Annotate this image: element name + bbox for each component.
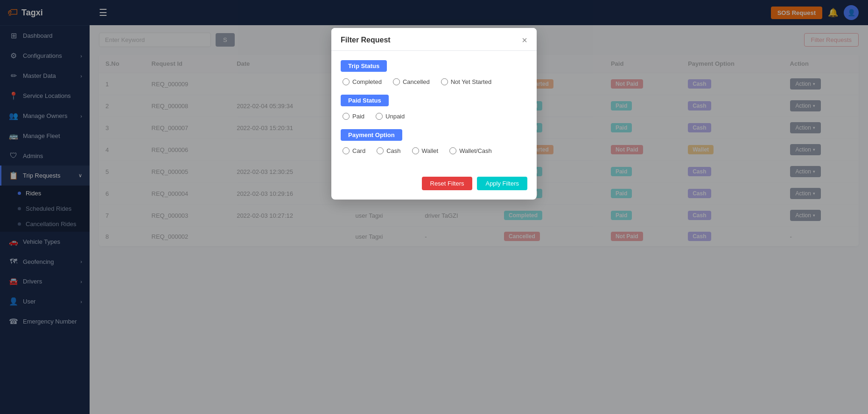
- payment-option-section: Payment Option Card Cash Wallet: [341, 129, 527, 154]
- modal-header: Filter Request ×: [331, 28, 537, 51]
- cash-radio[interactable]: [377, 147, 384, 154]
- trip-status-not-started-label: Not Yet Started: [451, 78, 491, 85]
- paid-status-label: Paid Status: [341, 95, 389, 106]
- cash-label: Cash: [386, 147, 400, 154]
- trip-status-cancelled-label: Cancelled: [403, 78, 430, 85]
- card-label: Card: [352, 147, 365, 154]
- paid-status-section: Paid Status Paid Unpaid: [341, 95, 527, 120]
- payment-wallet-cash[interactable]: Wallet/Cash: [449, 147, 492, 154]
- modal-title: Filter Request: [341, 36, 391, 44]
- wallet-label: Wallet: [422, 147, 439, 154]
- main-area: ☰ SOS Request 🔔 👤 S Filter Requests S.No…: [90, 0, 868, 414]
- wallet-cash-label: Wallet/Cash: [459, 147, 492, 154]
- filter-modal: Filter Request × Trip Status Completed C…: [331, 28, 537, 200]
- trip-status-label: Trip Status: [341, 60, 387, 72]
- trip-status-cancelled-radio[interactable]: [393, 78, 400, 85]
- wallet-radio[interactable]: [412, 147, 419, 154]
- trip-status-not-started-radio[interactable]: [441, 78, 448, 85]
- trip-status-completed-label: Completed: [352, 78, 382, 85]
- trip-status-section: Trip Status Completed Cancelled Not Y: [341, 60, 527, 85]
- paid-status-paid[interactable]: Paid: [343, 113, 364, 120]
- paid-radio[interactable]: [343, 113, 350, 120]
- trip-status-completed-radio[interactable]: [343, 78, 350, 85]
- paid-status-options: Paid Unpaid: [343, 113, 527, 120]
- card-radio[interactable]: [343, 147, 350, 154]
- modal-body: Trip Status Completed Cancelled Not Y: [331, 51, 537, 173]
- modal-close-button[interactable]: ×: [522, 35, 527, 45]
- apply-filters-button[interactable]: Apply Filters: [477, 177, 527, 190]
- modal-overlay: Filter Request × Trip Status Completed C…: [90, 0, 868, 414]
- trip-status-options: Completed Cancelled Not Yet Started: [343, 78, 527, 85]
- payment-wallet[interactable]: Wallet: [412, 147, 439, 154]
- payment-cash[interactable]: Cash: [377, 147, 400, 154]
- modal-footer: Reset Filters Apply Filters: [331, 173, 537, 200]
- payment-card[interactable]: Card: [343, 147, 365, 154]
- payment-option-label: Payment Option: [341, 129, 402, 141]
- payment-options: Card Cash Wallet Wallet/Cash: [343, 147, 527, 154]
- paid-label: Paid: [352, 113, 364, 120]
- unpaid-label: Unpaid: [385, 113, 405, 120]
- trip-status-cancelled[interactable]: Cancelled: [393, 78, 430, 85]
- trip-status-completed[interactable]: Completed: [343, 78, 382, 85]
- unpaid-radio[interactable]: [376, 113, 383, 120]
- reset-filters-button[interactable]: Reset Filters: [422, 177, 473, 190]
- wallet-cash-radio[interactable]: [449, 147, 456, 154]
- paid-status-unpaid[interactable]: Unpaid: [376, 113, 405, 120]
- trip-status-not-yet-started[interactable]: Not Yet Started: [441, 78, 491, 85]
